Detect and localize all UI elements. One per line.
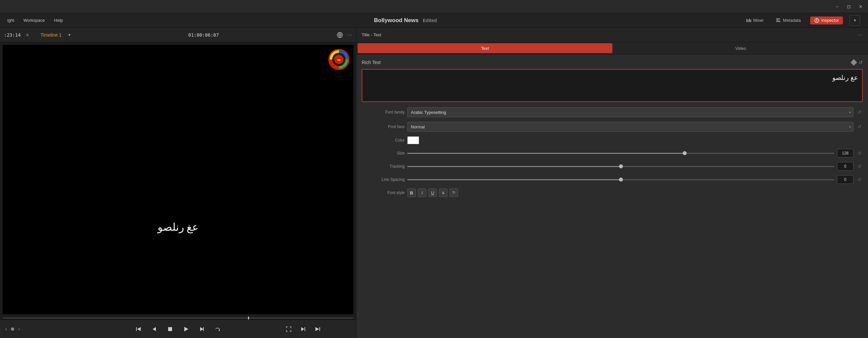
timeline-dropdown-icon[interactable]: ▾ bbox=[68, 32, 71, 37]
line-spacing-slider-thumb[interactable] bbox=[619, 177, 623, 181]
font-family-select[interactable]: Arabic Typesetting bbox=[407, 107, 854, 117]
inspector-icon bbox=[814, 18, 819, 23]
timeline-more-button[interactable]: ··· bbox=[347, 31, 352, 38]
line-spacing-slider-track[interactable] bbox=[407, 179, 834, 180]
line-spacing-input[interactable]: 0 bbox=[837, 175, 854, 184]
stop-button[interactable] bbox=[165, 324, 175, 334]
line-spacing-slider-fill bbox=[407, 179, 621, 180]
font-style-row: Font style B I U S̶ T² ↺ bbox=[362, 189, 863, 197]
font-family-control: Arabic Typesetting ▾ bbox=[407, 107, 854, 117]
tracking-slider-track[interactable] bbox=[407, 166, 834, 167]
loop-button[interactable] bbox=[212, 324, 223, 334]
rich-text-icons: ↺ bbox=[851, 60, 863, 65]
mixer-button[interactable]: Mixer bbox=[743, 16, 767, 25]
svg-marker-30 bbox=[301, 327, 304, 331]
superscript-button[interactable]: T² bbox=[450, 189, 458, 197]
maximize-button[interactable]: ⊡ bbox=[845, 3, 852, 10]
size-slider-fill bbox=[407, 153, 685, 154]
goto-start-icon bbox=[135, 326, 142, 332]
size-reset-button[interactable]: ↺ bbox=[856, 150, 863, 156]
scrubber-bar[interactable] bbox=[3, 317, 353, 319]
font-family-reset-button[interactable]: ↺ bbox=[856, 110, 863, 115]
menu-item-help[interactable]: Help bbox=[50, 16, 68, 25]
inspector-menu-button[interactable]: ··· bbox=[858, 31, 863, 38]
play-icon bbox=[183, 326, 189, 332]
tab-text[interactable]: Text bbox=[358, 43, 612, 53]
goto-end-button[interactable] bbox=[312, 324, 323, 334]
prev-nav-button[interactable]: ‹ bbox=[5, 326, 7, 332]
tracking-label: Tracking bbox=[362, 164, 405, 169]
minimize-button[interactable]: − bbox=[834, 3, 840, 10]
mixer-icon bbox=[746, 18, 751, 23]
menu-item-ight[interactable]: ight bbox=[3, 16, 19, 25]
font-family-label: Font family bbox=[362, 110, 405, 114]
project-status: Edited bbox=[423, 18, 437, 23]
inspector-panel: Title - Text ··· Text Video Rich Text ↺ … bbox=[356, 28, 868, 338]
current-timecode: 01:00:06:07 bbox=[76, 32, 331, 38]
svg-point-5 bbox=[747, 20, 748, 21]
marker-button[interactable] bbox=[11, 328, 14, 331]
next-clip-button[interactable] bbox=[298, 324, 309, 334]
svg-marker-25 bbox=[184, 327, 188, 331]
svg-rect-24 bbox=[168, 327, 172, 331]
line-spacing-slider-row: 0 bbox=[407, 175, 854, 184]
timeline-name[interactable]: Timeline 1 bbox=[41, 32, 62, 38]
svg-marker-23 bbox=[153, 327, 156, 331]
tracking-reset-button[interactable]: ↺ bbox=[856, 164, 863, 169]
metadata-button[interactable]: Metadata bbox=[773, 16, 803, 25]
italic-button[interactable]: I bbox=[418, 189, 426, 197]
rich-text-section-header: Rich Text ↺ bbox=[362, 60, 863, 65]
next-clip-icon bbox=[300, 326, 306, 332]
reset-rich-text-button[interactable]: ↺ bbox=[859, 60, 863, 65]
title-bar: − ⊡ ✕ bbox=[0, 0, 868, 13]
tab-video[interactable]: Video bbox=[614, 42, 868, 54]
step-forward-button[interactable] bbox=[196, 324, 207, 334]
close-button[interactable]: ✕ bbox=[858, 3, 864, 10]
step-back-button[interactable] bbox=[149, 324, 159, 334]
globe-icon[interactable] bbox=[337, 32, 343, 38]
center-controls bbox=[133, 324, 223, 334]
fullscreen-button[interactable] bbox=[283, 324, 294, 334]
keyframe-icon[interactable] bbox=[850, 59, 857, 66]
svg-rect-31 bbox=[305, 327, 305, 331]
svg-marker-29 bbox=[219, 330, 220, 331]
fullscreen-icon bbox=[286, 326, 292, 332]
svg-marker-22 bbox=[137, 327, 141, 331]
panel-collapse-button[interactable]: ▾ bbox=[849, 15, 860, 26]
inspector-header: Title - Text ··· bbox=[356, 28, 868, 42]
strikethrough-button[interactable]: S̶ bbox=[439, 189, 447, 197]
font-face-reset-button[interactable]: ↺ bbox=[856, 124, 863, 129]
main-container: :23:14 Timeline 1 ▾ 01:00:06:07 ··· عغ ر… bbox=[0, 28, 868, 338]
inspector-button[interactable]: Inspector bbox=[810, 16, 843, 25]
menu-item-workspace[interactable]: Workspace bbox=[19, 16, 50, 25]
font-face-label: Font face bbox=[362, 125, 405, 129]
size-input[interactable]: 128 bbox=[837, 149, 854, 158]
toolbar-right: Mixer Metadata Inspector ▾ bbox=[743, 15, 860, 26]
tracking-slider-row: 0 bbox=[407, 162, 854, 171]
line-spacing-reset-button[interactable]: ↺ bbox=[856, 177, 863, 182]
font-face-control: Normal ▾ bbox=[407, 122, 854, 132]
tracking-slider-thumb[interactable] bbox=[619, 164, 623, 168]
next-nav-button[interactable]: › bbox=[18, 326, 20, 332]
svg-point-7 bbox=[750, 20, 751, 21]
svg-rect-9 bbox=[776, 20, 779, 21]
tracking-slider-fill bbox=[407, 166, 621, 167]
size-slider-track[interactable] bbox=[407, 153, 834, 154]
tracking-input[interactable]: 0 bbox=[837, 162, 854, 171]
rich-text-area[interactable]: عغ رنلصو bbox=[362, 69, 863, 102]
loop-icon bbox=[215, 326, 221, 332]
font-face-row: Font face Normal ▾ ↺ bbox=[362, 122, 863, 132]
channel-logo: TV bbox=[328, 49, 349, 70]
arabic-text-preview: عغ رنلصو bbox=[158, 221, 198, 233]
play-button[interactable] bbox=[181, 324, 191, 334]
size-slider-row: 128 bbox=[407, 149, 854, 158]
size-row: Size 128 ↺ bbox=[362, 149, 863, 158]
bold-button[interactable]: B bbox=[407, 189, 416, 197]
font-family-row: Font family Arabic Typesetting ▾ ↺ bbox=[362, 107, 863, 117]
goto-start-button[interactable] bbox=[133, 324, 144, 334]
font-face-select[interactable]: Normal bbox=[407, 122, 854, 132]
underline-button[interactable]: U bbox=[428, 189, 437, 197]
size-slider-thumb[interactable] bbox=[683, 151, 687, 155]
playback-controls: ‹ › bbox=[0, 319, 356, 338]
color-swatch[interactable] bbox=[407, 136, 419, 144]
